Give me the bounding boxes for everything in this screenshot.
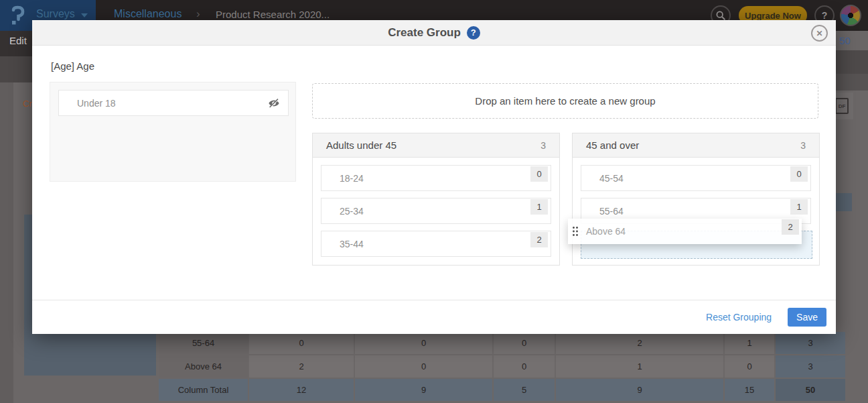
toolbar-band <box>0 56 32 82</box>
breadcrumb-survey-name: Product Research 2020... <box>216 9 330 20</box>
table-row-label: Above 64 <box>159 355 248 378</box>
table-cell: 1 <box>725 332 774 354</box>
table-cell: 0 <box>249 332 354 354</box>
table-cell: 2 <box>249 355 354 378</box>
table-cell: 0 <box>355 355 492 378</box>
group-item-label: 25-34 <box>340 206 364 217</box>
help-icon: ? <box>822 10 828 21</box>
results-table: 55-64 0 0 0 2 1 3 Above 64 2 0 0 1 0 3 C… <box>159 332 845 401</box>
table-cell: 9 <box>556 379 723 401</box>
table-cell: 0 <box>494 332 555 354</box>
table-cell: 2 <box>556 332 723 354</box>
right-band-3 <box>836 74 868 91</box>
group-count: 3 <box>540 140 546 151</box>
table-cell: 1 <box>556 355 723 378</box>
group-header: Adults under 45 3 <box>313 133 559 158</box>
search-icon <box>715 10 726 21</box>
group-item-label: 18-24 <box>340 173 364 184</box>
group-item-label: 35-44 <box>340 239 364 249</box>
item-count-badge: 2 <box>530 232 548 247</box>
app-logo-icon <box>9 5 26 25</box>
table-cell: 0 <box>355 332 492 354</box>
source-item-under-18[interactable]: Under 18 <box>58 90 289 116</box>
table-row-label: Column Total <box>159 379 248 401</box>
question-label: [Age] Age <box>51 60 94 72</box>
create-link-fragment: Cr <box>23 99 32 109</box>
caret-down-icon <box>81 13 88 17</box>
user-avatar <box>840 5 861 26</box>
source-item-label: Under 18 <box>77 98 116 109</box>
right-band-2 <box>836 50 868 74</box>
source-items-panel: Under 18 <box>50 82 296 182</box>
item-count-badge: 1 <box>530 199 548 215</box>
item-count-badge: 2 <box>782 219 799 235</box>
group-item-45-54[interactable]: 45-54 0 <box>581 165 811 191</box>
group-name: 45 and over <box>586 139 800 151</box>
drag-handle-icon <box>572 226 579 237</box>
table-cell: 0 <box>725 355 774 378</box>
upgrade-now-label: Upgrade Now <box>745 11 801 21</box>
table-cell: 15 <box>725 379 774 401</box>
left-strip <box>0 82 13 403</box>
breadcrumb-folder: Miscellaneous <box>114 8 182 20</box>
reset-grouping-link[interactable]: Reset Grouping <box>706 312 772 323</box>
group-panel-45-and-over: 45 and over 3 45-54 0 55-64 1 <box>572 133 820 266</box>
grand-total-value: 50 <box>839 35 851 46</box>
dropzone-text: Drop an item here to create a new group <box>475 95 655 107</box>
modal-footer: Reset Grouping Save <box>32 300 836 334</box>
group-item-label: 45-54 <box>599 173 624 184</box>
group-header: 45 and over 3 <box>573 133 819 158</box>
group-panel-adults-under-45: Adults under 45 3 18-24 0 25-34 1 35-44 … <box>312 133 560 266</box>
table-cell: 5 <box>494 379 555 401</box>
right-chart-fragment <box>836 193 852 211</box>
modal-title: Create Group <box>388 26 461 40</box>
item-count-badge: 1 <box>790 199 808 215</box>
dragging-item-label: Above 64 <box>586 226 626 237</box>
table-cell-grand-total: 50 <box>776 379 845 401</box>
table-cell-row-total: 3 <box>776 355 845 378</box>
group-body: 18-24 0 25-34 1 35-44 2 <box>313 158 559 264</box>
tab-edit: Edit <box>9 35 27 46</box>
group-count: 3 <box>800 140 806 151</box>
eye-off-icon <box>268 97 280 109</box>
close-icon[interactable]: ✕ <box>811 25 828 42</box>
group-item-18-24[interactable]: 18-24 0 <box>321 165 551 191</box>
new-group-dropzone[interactable]: Drop an item here to create a new group <box>312 83 818 119</box>
item-count-badge: 0 <box>530 166 548 182</box>
group-item-25-34[interactable]: 25-34 1 <box>321 198 551 224</box>
save-button[interactable]: Save <box>788 308 826 327</box>
table-cell: 0 <box>494 355 555 378</box>
table-row-label: 55-64 <box>159 332 248 354</box>
table-cell-row-total: 3 <box>776 332 845 354</box>
modal-help-icon[interactable]: ? <box>467 26 480 40</box>
group-item-35-44[interactable]: 35-44 2 <box>321 231 551 257</box>
table-cell: 12 <box>249 379 354 401</box>
group-name: Adults under 45 <box>326 139 540 151</box>
dragging-item-above-64[interactable]: Above 64 2 <box>568 219 802 244</box>
group-item-label: 55-64 <box>599 206 624 217</box>
create-group-modal: Create Group ? ✕ [Age] Age Under 18 Drop… <box>32 20 836 334</box>
breadcrumb-separator-icon: › <box>196 7 200 21</box>
surveys-menu: Surveys <box>36 8 75 20</box>
table-cell: 9 <box>355 379 492 401</box>
hide-item-button[interactable] <box>268 97 280 109</box>
modal-header: Create Group ? <box>32 20 836 46</box>
pdf-icon: DF <box>835 98 849 114</box>
item-count-badge: 0 <box>790 166 808 182</box>
